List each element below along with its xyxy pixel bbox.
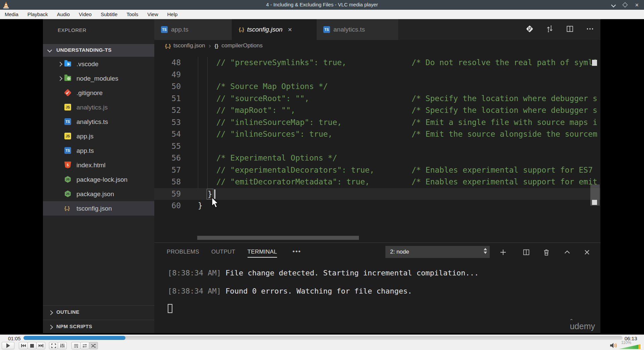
tab-analytics.ts[interactable]: TSanalytics.ts [317, 19, 399, 40]
split-terminal-icon[interactable] [522, 248, 530, 258]
breadcrumb-file[interactable]: tsconfig.json [173, 42, 205, 49]
loop-button[interactable] [80, 342, 89, 349]
player-controls: 110% [0, 341, 644, 350]
code-comment: /* Do not resolve the real path of symli [412, 57, 597, 69]
file-row-tsconfig.json[interactable]: {..}tsconfig.json [43, 201, 154, 216]
code-area[interactable]: 48// "preserveSymlinks": true,/* Do not … [154, 57, 600, 213]
section-label: OUTLINE [56, 309, 79, 315]
file-row-.gitignore[interactable]: .gitignore [43, 86, 154, 100]
horizontal-scrollbar[interactable] [197, 236, 359, 240]
code-line-54[interactable]: 54// "inlineSources": true,/* Emit the s… [154, 128, 600, 140]
fullscreen-button[interactable] [49, 342, 58, 349]
play-button[interactable] [2, 342, 14, 349]
vlc-window: 4 - Including & Excluding Files - VLC me… [0, 0, 644, 350]
menu-video[interactable]: Video [79, 11, 92, 17]
file-row-package.json[interactable]: JSpackage.json [43, 187, 154, 201]
maximize-panel-icon[interactable] [563, 248, 571, 258]
random-button[interactable] [89, 342, 98, 349]
current-time: 01:05 [8, 336, 21, 341]
javascript-file-icon: JS [64, 133, 71, 139]
sidebar-section-npm-scripts[interactable]: NPM SCRIPTS [43, 320, 154, 333]
seek-bar[interactable] [23, 336, 623, 340]
file-label: .gitignore [76, 86, 103, 100]
seek-progress [23, 336, 125, 340]
code-text: // "preserveSymlinks": true, [216, 57, 346, 69]
new-terminal-icon[interactable] [499, 248, 507, 258]
menu-audio[interactable]: Audio [57, 11, 70, 17]
code-line-57[interactable]: 57// "experimentalDecorators": true,/* E… [154, 164, 600, 176]
terminal-line: [8:38:34 AM] Found 0 errors. Watching fo… [168, 285, 479, 303]
close-tab-icon[interactable]: × [288, 26, 292, 33]
menu-tools[interactable]: Tools [126, 11, 138, 17]
udemy-caret-icon: u [570, 321, 575, 331]
code-line-60[interactable]: 60} [154, 200, 600, 212]
line-number: 53 [154, 117, 181, 129]
code-line-49[interactable]: 49 [154, 69, 600, 81]
panel-tab-output[interactable]: OUTPUT [211, 243, 235, 261]
tab-tsconfig.json[interactable]: {..}tsconfig.json× [232, 19, 317, 40]
code-line-51[interactable]: 51// "sourceRoot": "",/* Specify the loc… [154, 93, 600, 105]
panel-tab-terminal[interactable]: TERMINAL [248, 243, 277, 261]
next-button[interactable] [36, 342, 45, 349]
terminal-message: Found 0 errors. Watching for file change… [221, 287, 412, 295]
tab-label: analytics.ts [333, 26, 365, 33]
code-line-48[interactable]: 48// "preserveSymlinks": true,/* Do not … [154, 57, 600, 69]
more-actions-icon[interactable] [586, 25, 594, 35]
code-line-58[interactable]: 58// "emitDecoratorMetadata": true,/* En… [154, 176, 600, 188]
file-row-node_modules[interactable]: node_modules [43, 71, 154, 86]
project-section-header[interactable]: UNDERSTANDING-TS [43, 44, 154, 57]
breadcrumb: {..} tsconfig.json › {} compilerOptions [154, 40, 600, 51]
tab-app.ts[interactable]: TSapp.ts [154, 19, 232, 40]
menu-media[interactable]: Media [5, 11, 18, 17]
code-line-56[interactable]: 56/* Experimental Options */ [154, 152, 600, 164]
volume-icon[interactable] [610, 343, 617, 350]
file-row-analytics.js[interactable]: JSanalytics.js [43, 100, 154, 115]
code-line-59[interactable]: 59} [154, 188, 600, 200]
previous-button[interactable] [19, 342, 28, 349]
code-text: } [198, 200, 203, 212]
close-button[interactable]: × [635, 2, 639, 8]
code-line-55[interactable]: 55 [154, 140, 600, 152]
node-package-icon: JS [64, 176, 71, 183]
panel-more-icon[interactable]: ••• [292, 248, 301, 255]
file-label: package.json [76, 187, 114, 201]
explorer-header: EXPLORER [58, 27, 87, 33]
git-file-icon [64, 89, 72, 97]
title-bar[interactable]: 4 - Including & Excluding Files - VLC me… [0, 0, 644, 10]
sidebar-section-outline[interactable]: OUTLINE [43, 305, 154, 319]
menu-playback[interactable]: Playback [28, 11, 48, 17]
code-text: // "sourceRoot": "", [216, 93, 309, 105]
line-number: 51 [154, 93, 181, 105]
file-row-analytics.ts[interactable]: TSanalytics.ts [43, 115, 154, 129]
code-text: // "mapRoot": "", [216, 104, 295, 117]
code-line-53[interactable]: 53// "inlineSourceMap": true,/* Emit a s… [154, 117, 600, 129]
terminal-shell-select[interactable]: 2: node [385, 246, 490, 258]
file-row-app.js[interactable]: JSapp.js [43, 129, 154, 143]
terminal-line: [8:38:34 AM] File change detected. Start… [168, 267, 479, 285]
file-row-index.html[interactable]: 5index.html [43, 158, 154, 172]
code-line-52[interactable]: 52// "mapRoot": "",/* Specify the locati… [154, 104, 600, 117]
panel-tab-problems[interactable]: PROBLEMS [167, 243, 199, 261]
menu-view[interactable]: View [147, 11, 158, 17]
maximize-button[interactable] [623, 2, 627, 8]
file-row-app.ts[interactable]: TSapp.ts [43, 143, 154, 158]
close-panel-icon[interactable] [583, 248, 591, 258]
minimize-button[interactable] [612, 2, 615, 8]
menu-subtitle[interactable]: Subtitle [101, 11, 117, 17]
extended-settings-button[interactable] [58, 342, 67, 349]
stop-button[interactable] [28, 342, 37, 349]
file-label: index.html [76, 158, 106, 172]
file-row-.vscode[interactable]: .vscode [43, 57, 154, 71]
terminal-output[interactable]: [8:38:34 AM] File change detected. Start… [168, 267, 479, 303]
breadcrumb-symbol[interactable]: compilerOptions [221, 42, 263, 49]
menu-help[interactable]: Help [167, 11, 178, 17]
split-editor-icon[interactable] [566, 25, 574, 35]
kill-terminal-icon[interactable] [542, 248, 550, 258]
file-row-package-lock.json[interactable]: JSpackage-lock.json [43, 172, 154, 187]
playlist-button[interactable] [71, 342, 80, 349]
source-control-icon[interactable] [525, 25, 534, 35]
sync-changes-icon[interactable] [545, 25, 554, 35]
code-line-50[interactable]: 50/* Source Map Options */ [154, 81, 600, 93]
code-comment: /* Emit the source alongside the sourcem [412, 128, 597, 140]
object-symbol-icon: {} [215, 43, 219, 49]
